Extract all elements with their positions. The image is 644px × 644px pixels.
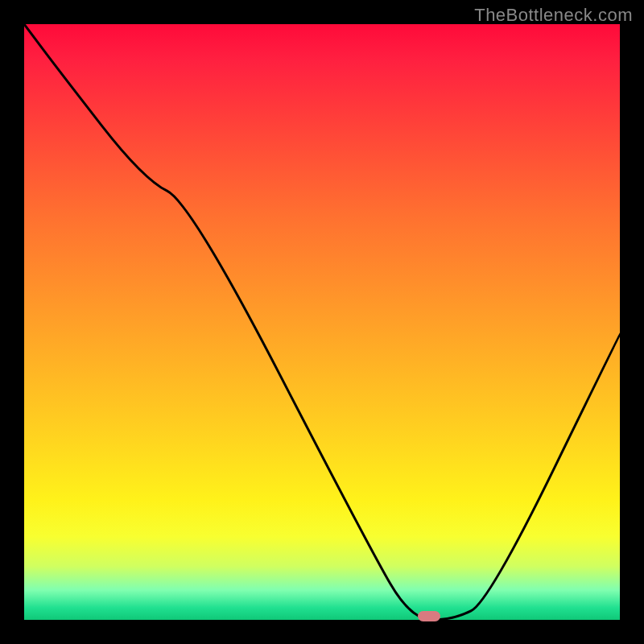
watermark-text: TheBottleneck.com: [474, 5, 633, 26]
optimal-marker: [418, 611, 440, 621]
bottleneck-curve: [24, 24, 620, 620]
chart-plot-area: [24, 24, 620, 620]
